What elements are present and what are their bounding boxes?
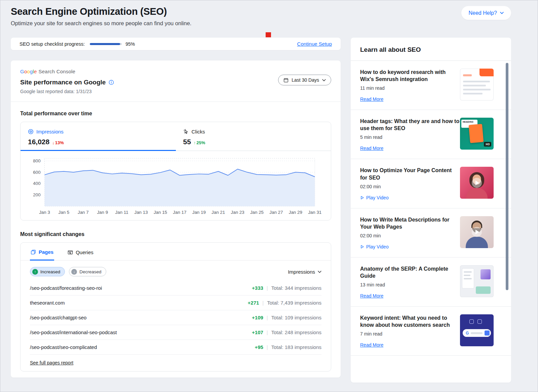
article-thumbnail[interactable] [460, 265, 494, 297]
clicks-value: 55 [183, 138, 191, 146]
decor-shape [476, 286, 491, 294]
page-path: /seo-podcast/international-seo-podcast [30, 329, 117, 335]
read-more-link[interactable]: Read More [360, 146, 460, 151]
performance-body: Total performance over time Impressions … [11, 102, 341, 371]
video-thumbnail[interactable] [460, 216, 494, 248]
pages-icon [31, 249, 36, 255]
metric-tab-clicks[interactable]: Clicks 55 ↑ 25% [176, 122, 331, 151]
total-impressions: Total: 344 impressions [271, 285, 321, 291]
svg-text:Jan 15: Jan 15 [154, 210, 167, 215]
article-card: Header tags: What they are and how to us… [351, 110, 511, 159]
table-row[interactable]: /seo-podcast/chatgpt-seo +109|Total: 109… [30, 310, 321, 325]
page-subtitle: Optimize your site for search engines so… [11, 20, 191, 27]
read-more-link[interactable]: Read More [360, 342, 460, 348]
svg-text:Jan 19: Jan 19 [192, 210, 206, 215]
play-video-link[interactable]: Play Video [360, 195, 460, 200]
total-impressions: Total: 109 impressions [271, 315, 321, 320]
article-card: How to Optimize Your Page Content for SE… [351, 159, 511, 208]
queries-icon [68, 250, 73, 255]
read-more-link[interactable]: Read More [360, 293, 460, 299]
section-title-changes: Most significant changes [20, 231, 331, 237]
need-help-button[interactable]: Need Help? [461, 6, 511, 20]
play-button-icon [472, 178, 482, 188]
continue-setup-link[interactable]: Continue Setup [297, 41, 332, 47]
tab-pages[interactable]: Pages [30, 243, 54, 261]
svg-text:Jan 21: Jan 21 [212, 210, 225, 215]
article-info: How to Optimize Your Page Content for SE… [360, 167, 460, 200]
date-range-button[interactable]: Last 30 Days [278, 75, 331, 85]
date-range-label: Last 30 Days [292, 77, 319, 83]
chevron-down-icon [322, 79, 326, 81]
google-search-console-logo: GoogleSearch Console [20, 69, 331, 74]
filter-increased[interactable]: ↑ Increased [30, 267, 65, 276]
table-row[interactable]: /seo-podcast/seo-complicated +95|Total: … [30, 340, 321, 355]
chart-area: 200400600800Jan 3Jan 5Jan 7Jan 9Jan 11Ja… [21, 151, 331, 216]
decor-shape [464, 271, 472, 273]
table-row[interactable]: /seo-podcast/international-seo-podcast +… [30, 325, 321, 340]
play-video-link[interactable]: Play Video [360, 244, 460, 249]
article-thumbnail[interactable]: HEADING H3 [460, 118, 494, 150]
table-row[interactable]: theseorant.com +271|Total: 7,439 impress… [30, 296, 321, 310]
article-card: Keyword intent: What you need to know ab… [351, 307, 511, 356]
decor-shape [463, 89, 491, 90]
site-performance-card: GoogleSearch Console Site performance on… [11, 61, 341, 378]
sort-dropdown[interactable]: Impressions [288, 269, 321, 275]
header-text: Search Engine Optimization (SEO) Optimiz… [11, 6, 191, 27]
table-row[interactable]: /seo-podcast/forecasting-seo-roi +333|To… [30, 281, 321, 296]
total-impressions: Total: 7,439 impressions [267, 300, 321, 306]
change-value: +95 [255, 344, 263, 350]
metric-tab-impressions[interactable]: Impressions 16,028 ↓ 13% [21, 122, 176, 151]
info-icon[interactable] [109, 80, 114, 85]
clicks-value-row: 55 ↑ 25% [183, 138, 331, 146]
article-thumbnail[interactable] [460, 69, 494, 101]
up-arrow-icon: ↑ [194, 140, 196, 145]
see-full-pages-report-link[interactable]: See full pages report [30, 360, 73, 365]
change-value: +107 [252, 329, 263, 335]
svg-text:400: 400 [33, 181, 40, 186]
svg-text:Jan 9: Jan 9 [97, 210, 108, 215]
svg-text:Jan 25: Jan 25 [250, 210, 264, 215]
need-help-label: Need Help? [469, 10, 497, 16]
video-thumbnail[interactable] [460, 167, 494, 199]
filters-row: ↑ Increased ↓ Decreased Impressions [21, 261, 331, 281]
metric-tabs: Impressions 16,028 ↓ 13% [21, 122, 331, 151]
article-title: How to do keyword research with Wix's Se… [360, 69, 460, 83]
article-title: How to Optimize Your Page Content for SE… [360, 167, 460, 181]
filter-decreased[interactable]: ↓ Decreased [69, 267, 106, 276]
article-thumbnail[interactable]: G [460, 314, 494, 346]
clicks-label: Clicks [192, 129, 205, 134]
svg-text:Jan 7: Jan 7 [78, 210, 89, 215]
section-title-performance: Total performance over time [20, 111, 331, 117]
svg-text:Jan 23: Jan 23 [231, 210, 244, 215]
article-meta: 11 min read [360, 85, 460, 91]
article-title: How to Write Meta Descriptions for Your … [360, 216, 460, 230]
clicks-delta-value: 25% [196, 140, 205, 145]
svg-text:Jan 17: Jan 17 [173, 210, 186, 215]
decor-shape [469, 319, 474, 324]
page-path: /seo-podcast/forecasting-seo-roi [30, 285, 102, 291]
article-info: How to Write Meta Descriptions for Your … [360, 216, 460, 249]
scrollbar-thumb[interactable] [506, 63, 508, 290]
google-search-bar-graphic: G [463, 329, 491, 337]
read-more-link[interactable]: Read More [360, 96, 460, 102]
changes-tabs: Pages Queries [21, 243, 331, 261]
play-overlay [460, 167, 494, 199]
learn-panel: Learn all about SEO How to do keyword re… [351, 38, 511, 383]
article-card: How to Write Meta Descriptions for Your … [351, 208, 511, 258]
total-impressions: Total: 248 impressions [271, 329, 321, 335]
decor-shape [463, 81, 490, 82]
play-icon [360, 196, 364, 200]
tab-queries[interactable]: Queries [67, 243, 94, 260]
main-layout: SEO setup checklist progress: 95% Contin… [0, 38, 538, 383]
increase-arrow-icon: ↑ [32, 269, 38, 275]
svg-text:800: 800 [33, 158, 40, 163]
impressions-head: Impressions [28, 129, 176, 134]
clicks-head: Clicks [183, 129, 331, 134]
article-card: Anatomy of the SERP: A Complete Guide 13… [351, 258, 511, 307]
seo-checklist-progress-card: SEO setup checklist progress: 95% Contin… [11, 38, 341, 50]
filter-decreased-label: Decreased [79, 269, 101, 274]
logo-letter: G [20, 69, 24, 74]
svg-text:Jan 27: Jan 27 [269, 210, 283, 215]
article-meta: 13 min read [360, 282, 460, 287]
play-button-icon [472, 227, 482, 237]
